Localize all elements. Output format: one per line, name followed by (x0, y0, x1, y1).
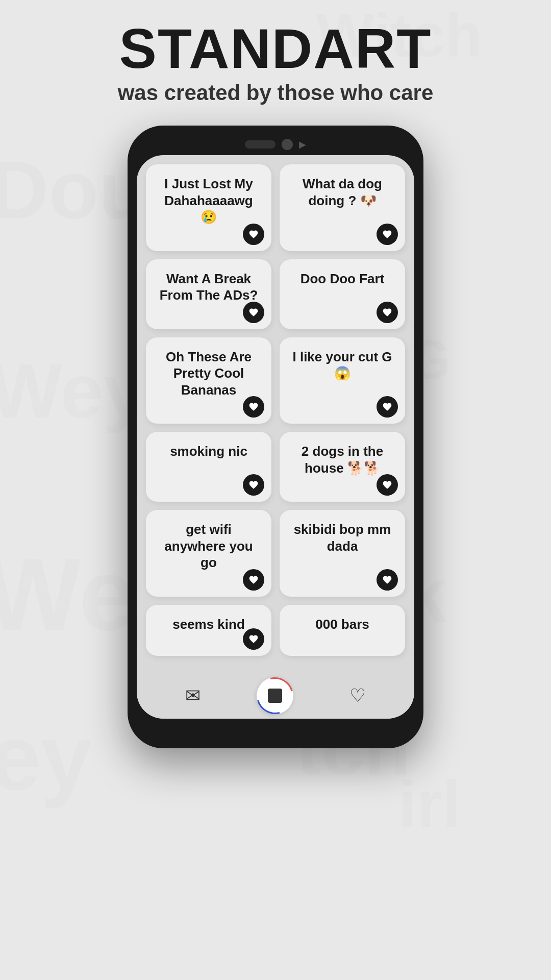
phone-bottom-nav: ✉ ♡ (137, 673, 414, 719)
card-9-heart-button[interactable] (243, 569, 264, 591)
heart-icon (248, 402, 259, 412)
notch-arrow: ▶ (299, 139, 306, 150)
phone-content: I Just Lost My Dahahaaaawg 😢 What da dog… (137, 155, 414, 673)
card-6[interactable]: I like your cut G 😱 (280, 337, 405, 424)
stop-button[interactable] (250, 671, 300, 719)
heart-icon (382, 307, 392, 317)
heart-icon (248, 307, 259, 317)
card-11-text: seems kind (156, 616, 261, 633)
card-4-text: Doo Doo Fart (290, 271, 395, 287)
phone-device: ▶ I Just Lost My Dahahaaaawg 😢 (128, 126, 423, 748)
card-1-heart-button[interactable] (243, 224, 264, 245)
card-3-heart-button[interactable] (243, 302, 264, 323)
phone-wrapper: ▶ I Just Lost My Dahahaaaawg 😢 (0, 126, 551, 748)
notch-pill (245, 140, 276, 149)
card-12-text: 000 bars (290, 616, 395, 633)
card-4-heart-button[interactable] (377, 302, 398, 323)
heart-icon (382, 575, 392, 585)
card-5-text: Oh These Are Pretty Cool Bananas (156, 349, 261, 399)
card-11[interactable]: seems kind (146, 605, 271, 656)
notch-circle (282, 139, 293, 150)
card-7-text: smoking nic (156, 443, 261, 460)
card-10[interactable]: skibidi bop mm dada (280, 510, 405, 597)
heart-icon (382, 229, 392, 239)
card-8[interactable]: 2 dogs in the house 🐕🐕 (280, 432, 405, 502)
heart-icon (248, 229, 259, 239)
bg-word-irl: irl (398, 766, 461, 842)
stop-inner (268, 689, 282, 703)
card-9-text: get wifi anywhere you go (156, 521, 261, 571)
card-2-heart-button[interactable] (377, 224, 398, 245)
heart-nav-icon[interactable]: ♡ (349, 685, 366, 706)
phone-notch: ▶ (137, 135, 414, 155)
mail-icon[interactable]: ✉ (185, 685, 201, 706)
phone-screen: I Just Lost My Dahahaaaawg 😢 What da dog… (137, 155, 414, 719)
card-7-heart-button[interactable] (243, 474, 264, 496)
card-7[interactable]: smoking nic (146, 432, 271, 502)
card-12[interactable]: 000 bars (280, 605, 405, 656)
card-5-heart-button[interactable] (243, 396, 264, 418)
card-9[interactable]: get wifi anywhere you go (146, 510, 271, 597)
card-1[interactable]: I Just Lost My Dahahaaaawg 😢 (146, 164, 271, 251)
card-10-heart-button[interactable] (377, 569, 398, 591)
cards-grid: I Just Lost My Dahahaaaawg 😢 What da dog… (146, 164, 405, 656)
card-2[interactable]: What da dog doing ? 🐶 (280, 164, 405, 251)
card-6-heart-button[interactable] (377, 396, 398, 418)
card-4[interactable]: Doo Doo Fart (280, 259, 405, 329)
card-10-text: skibidi bop mm dada (290, 521, 395, 554)
card-6-text: I like your cut G 😱 (290, 349, 395, 382)
card-1-text: I Just Lost My Dahahaaaawg 😢 (156, 176, 261, 226)
heart-icon (382, 402, 392, 412)
heart-icon (248, 480, 259, 490)
card-8-text: 2 dogs in the house 🐕🐕 (290, 443, 395, 476)
card-3-text: Want A Break From The ADs? (156, 271, 261, 304)
card-2-text: What da dog doing ? 🐶 (290, 176, 395, 209)
card-8-heart-button[interactable] (377, 474, 398, 496)
app-subtitle: was created by those who care (0, 81, 551, 105)
card-11-heart-button[interactable] (243, 628, 264, 650)
heart-icon (248, 575, 259, 585)
heart-icon (382, 480, 392, 490)
header: STANDART was created by those who care (0, 0, 551, 115)
card-5[interactable]: Oh These Are Pretty Cool Bananas (146, 337, 271, 424)
card-3[interactable]: Want A Break From The ADs? (146, 259, 271, 329)
app-title: STANDART (0, 20, 551, 77)
heart-icon (248, 634, 259, 644)
